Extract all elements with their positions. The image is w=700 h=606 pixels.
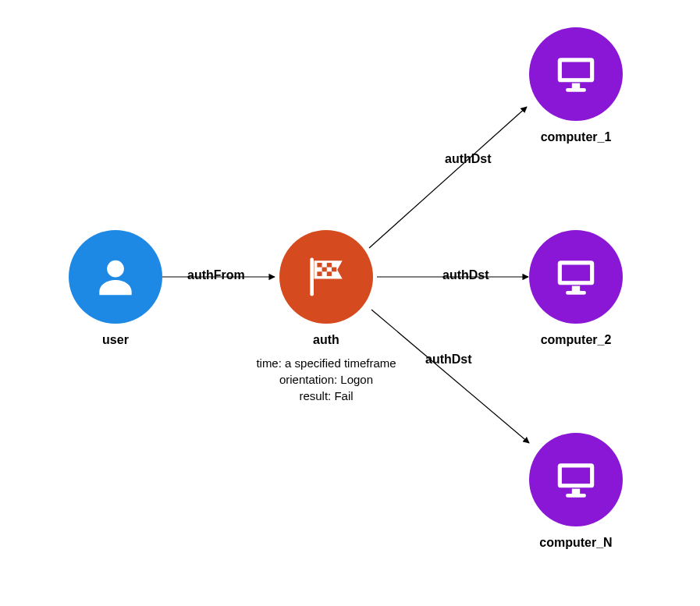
svg-rect-3	[327, 263, 332, 268]
computer-2-label: computer_2	[541, 333, 612, 347]
svg-rect-1	[310, 257, 314, 296]
auth-circle	[279, 230, 373, 324]
svg-rect-2	[317, 263, 322, 268]
svg-rect-10	[572, 83, 580, 88]
auth-meta: time: a specified timeframe orientation:…	[225, 355, 428, 404]
edge-label-authfrom: authFrom	[187, 268, 245, 282]
monitor-icon	[552, 253, 600, 301]
computer-n-circle	[529, 433, 623, 526]
node-computer-n: computer_N	[529, 433, 623, 550]
svg-rect-6	[317, 271, 322, 276]
node-auth: auth	[279, 230, 373, 347]
svg-rect-7	[327, 271, 332, 276]
computer-1-label: computer_1	[541, 130, 612, 144]
svg-rect-19	[566, 494, 586, 498]
svg-rect-4	[322, 268, 327, 272]
svg-rect-14	[572, 286, 580, 291]
svg-rect-11	[566, 88, 586, 92]
person-icon	[91, 253, 140, 301]
flag-icon	[302, 253, 350, 301]
computer-1-circle	[529, 27, 623, 121]
auth-meta-orientation: orientation: Logon	[225, 371, 428, 388]
auth-meta-result: result: Fail	[225, 388, 428, 404]
node-computer-2: computer_2	[529, 230, 623, 347]
node-user: user	[69, 230, 162, 347]
monitor-icon	[552, 50, 600, 98]
svg-rect-17	[562, 468, 590, 484]
svg-rect-9	[562, 62, 590, 79]
user-label: user	[102, 333, 129, 347]
svg-rect-18	[572, 489, 580, 494]
svg-point-0	[107, 260, 124, 278]
edge-auth-computer1	[369, 107, 527, 248]
edge-label-authdst-n: authDst	[425, 353, 472, 367]
node-computer-1: computer_1	[529, 27, 623, 144]
auth-meta-time: time: a specified timeframe	[225, 355, 428, 371]
edge-label-authdst-1: authDst	[445, 152, 492, 166]
svg-rect-15	[566, 291, 586, 295]
user-circle	[69, 230, 162, 324]
edge-label-authdst-2: authDst	[442, 268, 489, 282]
monitor-icon	[552, 455, 600, 504]
computer-n-label: computer_N	[539, 536, 612, 550]
svg-rect-13	[562, 265, 590, 282]
svg-rect-5	[332, 268, 336, 272]
auth-label: auth	[313, 333, 339, 347]
computer-2-circle	[529, 230, 623, 324]
